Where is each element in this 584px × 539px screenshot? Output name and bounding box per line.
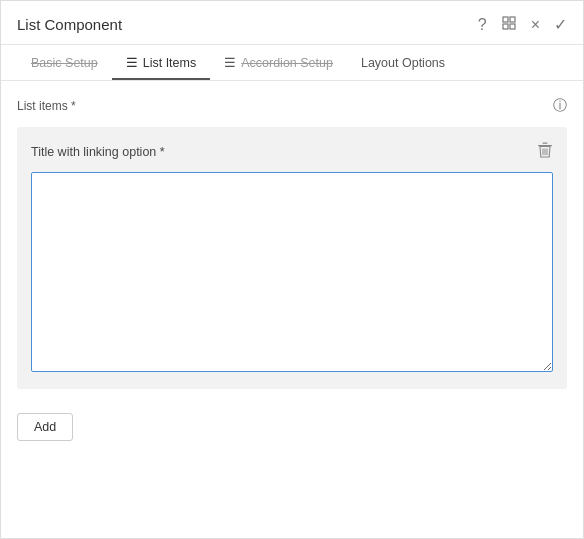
svg-rect-0 [503,17,508,22]
tab-list-items[interactable]: ☰ List Items [112,45,211,80]
list-item-title: Title with linking option * [31,145,165,159]
add-button[interactable]: Add [17,413,73,441]
dialog-header: List Component ? × ✓ [1,1,583,45]
tabs: Basic Setup ☰ List Items ☰ Accordion Set… [1,45,583,81]
confirm-icon[interactable]: ✓ [554,17,567,33]
list-item-card: Title with linking option * [17,127,567,389]
content-area: List items * ⓘ Title with linking option… [1,81,583,538]
tab-layout-options-label: Layout Options [361,56,445,70]
svg-rect-1 [510,17,515,22]
tab-list-items-label: List Items [143,56,197,70]
help-icon[interactable]: ? [478,17,487,33]
section-label-text: List items * [17,99,76,113]
svg-rect-2 [503,24,508,29]
resize-icon[interactable] [501,15,517,34]
accordion-tab-icon: ☰ [224,55,236,70]
svg-rect-5 [543,143,548,144]
list-items-tab-icon: ☰ [126,55,138,70]
tab-accordion-setup-label: Accordion Setup [241,56,333,70]
tab-basic-setup[interactable]: Basic Setup [17,46,112,80]
tab-layout-options[interactable]: Layout Options [347,46,459,80]
delete-item-icon[interactable] [537,141,553,162]
info-icon[interactable]: ⓘ [553,97,567,115]
dialog-title: List Component [17,16,122,33]
header-icons: ? × ✓ [478,15,567,34]
dialog: List Component ? × ✓ Basic Setup ☰ List … [0,0,584,539]
section-label-row: List items * ⓘ [17,97,567,115]
tab-basic-setup-label: Basic Setup [31,56,98,70]
list-item-textarea[interactable] [31,172,553,372]
close-icon[interactable]: × [531,17,540,33]
tab-accordion-setup[interactable]: ☰ Accordion Setup [210,45,347,80]
list-item-header: Title with linking option * [31,141,553,162]
svg-rect-3 [510,24,515,29]
